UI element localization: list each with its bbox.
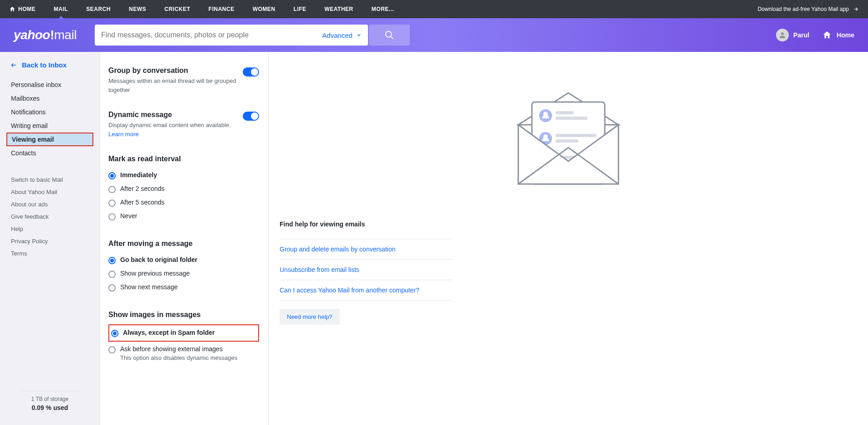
topnav-home[interactable]: HOME	[9, 6, 36, 12]
svg-rect-6	[556, 111, 574, 114]
sidebar-item-mailboxes[interactable]: Mailboxes	[0, 92, 100, 105]
storage-info: 1 TB of storage 0.09 % used	[0, 382, 100, 411]
top-nav: HOME MAIL SEARCH NEWS CRICKET FINANCE WO…	[0, 0, 868, 18]
search-icon	[384, 30, 394, 40]
search-bar: Advanced	[95, 25, 368, 46]
sidebar-item-contacts[interactable]: Contacts	[0, 146, 100, 160]
sidebar-item-basic[interactable]: Switch to basic Mail	[0, 174, 100, 186]
topnav-search[interactable]: SEARCH	[86, 6, 111, 12]
radio-icon	[108, 257, 116, 264]
read-option-5s[interactable]: After 5 seconds	[108, 196, 259, 210]
sidebar-item-help[interactable]: Help	[0, 223, 100, 235]
radio-icon	[108, 172, 116, 179]
help-panel: Find help for viewing emails Group and d…	[269, 52, 868, 425]
user-menu[interactable]: Parul	[776, 29, 809, 41]
sidebar-item-terms[interactable]: Terms	[0, 247, 100, 260]
search-input[interactable]	[95, 31, 316, 39]
help-link-unsubscribe[interactable]: Unsubscribe from email lists	[280, 260, 453, 280]
topnav-weather[interactable]: WEATHER	[325, 6, 353, 12]
home-icon	[9, 6, 15, 12]
sidebar-item-notifications[interactable]: Notifications	[0, 105, 100, 119]
group-conversation-toggle[interactable]	[243, 67, 259, 77]
home-icon	[822, 30, 832, 40]
topnav-news[interactable]: NEWS	[129, 6, 146, 12]
sidebar-item-viewing[interactable]: Viewing email	[6, 133, 93, 146]
read-option-never[interactable]: Never	[108, 210, 259, 223]
radio-icon	[108, 284, 116, 292]
setting-title: After moving a message	[108, 240, 259, 248]
setting-desc: Messages within an email thread will be …	[108, 77, 243, 94]
read-option-immediately[interactable]: Immediately	[108, 169, 259, 182]
sidebar-item-feedback[interactable]: Give feedback	[0, 210, 100, 223]
radio-icon	[108, 186, 116, 193]
learn-more-link[interactable]: Learn more	[108, 131, 138, 138]
radio-icon	[108, 200, 116, 207]
envelope-illustration	[505, 66, 632, 198]
back-to-inbox-link[interactable]: Back to Inbox	[0, 61, 100, 76]
avatar	[776, 29, 789, 41]
sidebar-item-personalise[interactable]: Personalise inbox	[0, 78, 100, 92]
sidebar-item-about[interactable]: About Yahoo Mail	[0, 186, 100, 198]
setting-title: Mark as read interval	[108, 155, 259, 163]
topnav-finance[interactable]: FINANCE	[209, 6, 235, 12]
header-home-link[interactable]: Home	[822, 30, 854, 40]
arrow-left-icon	[10, 61, 17, 69]
dynamic-message-toggle[interactable]	[243, 112, 259, 121]
svg-point-1	[781, 32, 784, 35]
svg-point-0	[386, 31, 392, 37]
radio-icon	[108, 271, 116, 278]
help-title: Find help for viewing emails	[280, 220, 453, 228]
images-option-sub: This option also disables dynamic messag…	[120, 354, 259, 361]
images-option-always[interactable]: Always, except in Spam folder	[111, 326, 256, 340]
topnav-cricket[interactable]: CRICKET	[164, 6, 190, 12]
need-more-help-button[interactable]: Need more help?	[280, 309, 340, 325]
chevron-down-icon	[356, 32, 362, 38]
svg-rect-7	[556, 117, 587, 120]
setting-dynamic-message: Dynamic message Display dynamic email co…	[108, 111, 259, 138]
setting-title: Dynamic message	[108, 111, 231, 119]
setting-show-images: Show images in messages Always, except i…	[108, 311, 259, 361]
radio-icon	[108, 213, 116, 220]
topnav-mail[interactable]: MAIL	[54, 6, 68, 12]
download-app-link[interactable]: Download the ad-free Yahoo Mail app	[758, 6, 859, 12]
sidebar-item-ads[interactable]: About our ads	[0, 198, 100, 210]
settings-sidebar: Back to Inbox Personalise inbox Mailboxe…	[0, 52, 100, 425]
yahoo-mail-logo[interactable]: yahoo!mail	[14, 28, 77, 42]
setting-desc: Display dynamic email content when avail…	[108, 121, 231, 138]
setting-after-move: After moving a message Go back to origin…	[108, 240, 259, 294]
settings-panel[interactable]: Group by conversation Messages within an…	[100, 52, 269, 425]
radio-icon	[111, 330, 118, 337]
move-option-next[interactable]: Show next message	[108, 281, 259, 294]
topnav-women[interactable]: WOMEN	[253, 6, 276, 12]
advanced-search-link[interactable]: Advanced	[316, 31, 368, 39]
svg-rect-10	[556, 134, 597, 137]
read-option-2s[interactable]: After 2 seconds	[108, 182, 259, 196]
topnav-life[interactable]: LIFE	[294, 6, 306, 12]
help-link-group[interactable]: Group and delete emails by conversation	[280, 239, 453, 260]
move-option-previous[interactable]: Show previous message	[108, 267, 259, 281]
move-option-original[interactable]: Go back to original folder	[108, 253, 259, 267]
svg-rect-11	[556, 139, 578, 143]
search-button[interactable]	[369, 25, 410, 46]
setting-mark-read: Mark as read interval Immediately After …	[108, 155, 259, 223]
arrow-right-icon	[853, 6, 859, 12]
header: yahoo!mail Advanced Parul Home	[0, 18, 868, 52]
sidebar-item-privacy[interactable]: Privacy Policy	[0, 235, 100, 247]
setting-group-conversation: Group by conversation Messages within an…	[108, 67, 259, 94]
help-link-another-computer[interactable]: Can I access Yahoo Mail from another com…	[280, 280, 453, 301]
setting-title: Show images in messages	[108, 311, 259, 319]
sidebar-item-writing[interactable]: Writing email	[0, 119, 100, 133]
topnav-more[interactable]: MORE...	[372, 6, 394, 12]
setting-title: Group by conversation	[108, 67, 243, 75]
radio-icon	[108, 346, 116, 353]
